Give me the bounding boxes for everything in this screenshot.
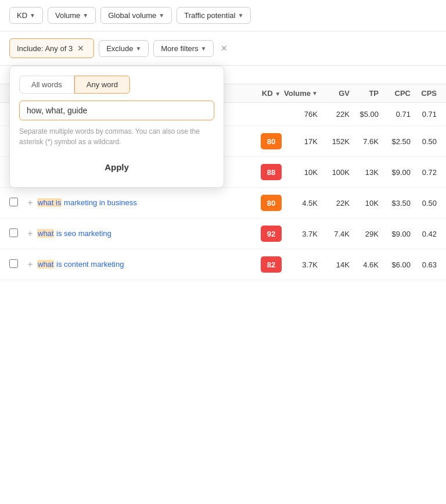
row-checkbox[interactable] bbox=[9, 228, 18, 237]
word-toggle-group: All words Any word bbox=[19, 76, 214, 94]
kd-filter-btn[interactable]: KD ▼ bbox=[9, 7, 43, 24]
table-row: + what is marketing in business 80 4.5K … bbox=[0, 188, 446, 219]
keyword-link[interactable]: what is marketing in business bbox=[37, 198, 137, 207]
row-kd-badge: 80 bbox=[257, 133, 286, 149]
row-volume: 76K bbox=[286, 110, 318, 119]
row-gv: 22K bbox=[318, 199, 350, 208]
row-cps: 0.72 bbox=[411, 168, 437, 177]
more-filters-btn[interactable]: More filters ▼ bbox=[153, 40, 214, 57]
row-add-btn[interactable]: + bbox=[23, 259, 37, 270]
tp-col-header: TP bbox=[350, 89, 379, 98]
row-gv: 14K bbox=[318, 260, 350, 269]
kd-sort-icon: ▼ bbox=[275, 91, 280, 97]
row-cpc: $2.50 bbox=[379, 137, 411, 146]
exclude-filter-btn[interactable]: Exclude ▼ bbox=[99, 40, 149, 57]
row-tp: $5.00 bbox=[350, 110, 379, 119]
volume-col-header[interactable]: Volume ▼ bbox=[286, 89, 318, 98]
kd-badge-value: 82 bbox=[261, 256, 282, 273]
any-word-label: Any word bbox=[87, 80, 118, 89]
row-checkbox[interactable] bbox=[9, 259, 18, 268]
filter-bar-2: Include: Any of 3 ✕ Exclude ▼ More filte… bbox=[0, 31, 446, 66]
volume-label: Volume bbox=[55, 11, 80, 20]
filter-bar: KD ▼ Volume ▼ Global volume ▼ Traffic po… bbox=[0, 0, 446, 31]
row-tp: 10K bbox=[350, 199, 379, 208]
cpc-col-header: CPC bbox=[379, 89, 411, 98]
volume-sort-icon: ▼ bbox=[312, 90, 318, 96]
row-tp: 13K bbox=[350, 168, 379, 177]
table-row: + what is seo marketing 92 3.7K 7.4K 29K… bbox=[0, 219, 446, 249]
row-cps: 0.71 bbox=[411, 110, 437, 119]
filter-hint-text: Separate multiple words by commas. You c… bbox=[19, 126, 214, 147]
row-kd-badge: 88 bbox=[257, 164, 286, 180]
row-volume: 4.5K bbox=[286, 199, 318, 208]
row-gv: 7.4K bbox=[318, 230, 350, 238]
row-add-btn[interactable]: + bbox=[23, 228, 37, 239]
kd-badge-value: 88 bbox=[261, 164, 282, 180]
apply-filter-btn[interactable]: Apply bbox=[19, 156, 214, 178]
row-cps: 0.50 bbox=[411, 199, 437, 208]
keyword-link[interactable]: what is content marketing bbox=[37, 260, 124, 269]
row-cpc: $9.00 bbox=[379, 230, 411, 238]
volume-filter-btn[interactable]: Volume ▼ bbox=[48, 7, 96, 24]
keyword-text-part: is content marketing bbox=[54, 260, 124, 269]
global-volume-arrow-icon: ▼ bbox=[159, 12, 164, 19]
apply-label: Apply bbox=[105, 162, 129, 172]
row-cpc: $6.00 bbox=[379, 260, 411, 269]
row-keyword-cell: what is content marketing bbox=[37, 259, 257, 270]
global-volume-filter-btn[interactable]: Global volume ▼ bbox=[100, 7, 172, 24]
row-volume: 17K bbox=[286, 137, 318, 146]
keyword-link[interactable]: what is seo marketing bbox=[37, 229, 112, 238]
row-volume: 3.7K bbox=[286, 260, 318, 269]
row-kd-badge: 82 bbox=[257, 256, 286, 273]
row-gv: 100K bbox=[318, 168, 350, 177]
kd-badge-value: 80 bbox=[261, 133, 282, 149]
row-add-btn[interactable]: + bbox=[23, 198, 37, 208]
row-cpc: 0.71 bbox=[379, 110, 411, 119]
row-cps: 0.50 bbox=[411, 137, 437, 146]
include-label: Include: Any of 3 bbox=[17, 44, 73, 53]
row-tp: 29K bbox=[350, 230, 379, 238]
keyword-text-part: is seo marketing bbox=[54, 229, 111, 238]
kd-label: KD bbox=[17, 11, 27, 20]
row-checkbox-cell[interactable] bbox=[9, 198, 23, 208]
gv-col-header: GV bbox=[318, 89, 350, 98]
traffic-potential-label: Traffic potential bbox=[184, 11, 235, 20]
row-checkbox[interactable] bbox=[9, 198, 18, 206]
all-words-btn[interactable]: All words bbox=[19, 76, 74, 94]
traffic-potential-arrow-icon: ▼ bbox=[238, 12, 243, 19]
more-filters-label: More filters bbox=[161, 44, 198, 53]
table-row: + what is content marketing 82 3.7K 14K … bbox=[0, 249, 446, 280]
keyword-text-part: marketing in business bbox=[62, 198, 136, 207]
row-kd-badge: 80 bbox=[257, 195, 286, 211]
row-keyword-cell: what is seo marketing bbox=[37, 228, 257, 240]
global-volume-label: Global volume bbox=[108, 11, 156, 20]
row-gv: 152K bbox=[318, 137, 350, 146]
any-word-btn[interactable]: Any word bbox=[74, 76, 130, 94]
keyword-highlight: what bbox=[37, 229, 54, 238]
all-words-label: All words bbox=[31, 80, 62, 89]
clear-filters-btn[interactable]: × bbox=[218, 42, 229, 55]
exclude-arrow-icon: ▼ bbox=[135, 45, 141, 52]
include-dropdown: All words Any word Separate multiple wor… bbox=[9, 66, 224, 188]
kd-col-header[interactable]: KD ▼ bbox=[257, 89, 286, 98]
row-gv: 22K bbox=[318, 110, 350, 119]
row-keyword-cell: what is marketing in business bbox=[37, 197, 257, 209]
row-volume: 3.7K bbox=[286, 230, 318, 238]
row-volume: 10K bbox=[286, 168, 318, 177]
include-filter-btn[interactable]: Include: Any of 3 ✕ bbox=[9, 38, 94, 58]
row-cpc: $3.50 bbox=[379, 199, 411, 208]
kd-badge-value: 80 bbox=[261, 195, 282, 211]
kd-arrow-icon: ▼ bbox=[30, 12, 35, 19]
keyword-filter-input[interactable] bbox=[19, 101, 214, 120]
row-cps: 0.42 bbox=[411, 230, 437, 238]
row-cps: 0.63 bbox=[411, 260, 437, 269]
row-checkbox-cell[interactable] bbox=[9, 259, 23, 270]
row-checkbox-cell[interactable] bbox=[9, 228, 23, 239]
keyword-highlight: what is bbox=[37, 198, 62, 207]
more-filters-arrow-icon: ▼ bbox=[201, 45, 207, 52]
include-close-icon[interactable]: ✕ bbox=[75, 42, 87, 54]
exclude-label: Exclude bbox=[106, 44, 133, 53]
volume-arrow-icon: ▼ bbox=[82, 12, 88, 19]
traffic-potential-filter-btn[interactable]: Traffic potential ▼ bbox=[177, 7, 251, 24]
keyword-highlight: what bbox=[37, 260, 54, 269]
